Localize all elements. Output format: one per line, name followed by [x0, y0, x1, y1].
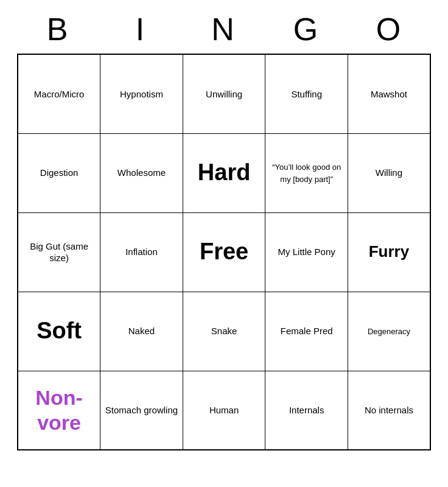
- letter-n: N: [184, 11, 264, 47]
- cell-g4: Female Pred: [265, 292, 348, 371]
- cell-o1: Mawshot: [348, 54, 430, 133]
- cell-b4: Soft: [18, 292, 100, 371]
- cell-i3: Inflation: [100, 212, 183, 292]
- cell-b1: Macro/Micro: [18, 54, 100, 133]
- cell-g3: My Little Pony: [265, 212, 348, 292]
- cell-g5: Internals: [265, 371, 348, 450]
- cell-n1: Unwilling: [183, 54, 265, 133]
- cell-i4: Naked: [100, 292, 183, 371]
- cell-o3: Furry: [348, 212, 430, 292]
- letter-g: G: [267, 11, 346, 47]
- bingo-grid: Macro/Micro Hypnotism Unwilling Stuffing…: [17, 54, 431, 450]
- cell-n4: Snake: [183, 292, 265, 371]
- letter-b: B: [19, 11, 98, 47]
- table-row: Big Gut (same size) Inflation Free My Li…: [18, 212, 430, 292]
- cell-b2: Digestion: [18, 133, 100, 212]
- table-row: Non-vore Stomach growling Human Internal…: [18, 371, 430, 450]
- table-row: Macro/Micro Hypnotism Unwilling Stuffing…: [18, 54, 430, 133]
- table-row: Soft Naked Snake Female Pred Degeneracy: [18, 292, 430, 371]
- cell-i1: Hypnotism: [100, 54, 183, 133]
- cell-o2: Willing: [348, 133, 430, 212]
- cell-o4: Degeneracy: [348, 292, 430, 371]
- cell-i2: Wholesome: [100, 133, 183, 212]
- cell-n2: Hard: [183, 133, 265, 212]
- cell-n5: Human: [183, 371, 265, 450]
- letter-i: I: [102, 11, 181, 47]
- cell-b3: Big Gut (same size): [18, 212, 100, 292]
- bingo-header: B I N G O: [17, 0, 431, 54]
- cell-g2: “You’ll look good on my [body part]”: [265, 133, 348, 212]
- cell-i5: Stomach growling: [100, 371, 183, 450]
- cell-b5: Non-vore: [18, 371, 100, 450]
- cell-n3: Free: [183, 212, 265, 292]
- table-row: Digestion Wholesome Hard “You’ll look go…: [18, 133, 430, 212]
- cell-o5: No internals: [348, 371, 430, 450]
- cell-g1: Stuffing: [265, 54, 348, 133]
- letter-o: O: [350, 11, 429, 47]
